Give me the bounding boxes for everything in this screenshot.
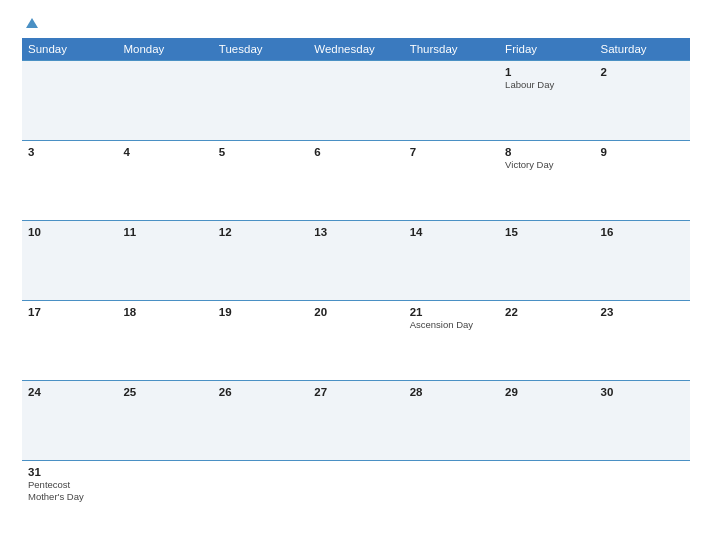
calendar-cell: 19 [213,300,308,380]
calendar-cell: 26 [213,380,308,460]
holiday-label: Labour Day [505,79,588,91]
logo [22,18,38,28]
calendar-cell: 9 [595,140,690,220]
day-header-wednesday: Wednesday [308,38,403,61]
calendar-cell: 17 [22,300,117,380]
day-number: 26 [219,386,302,398]
day-number: 31 [28,466,111,478]
day-number: 16 [601,226,684,238]
day-header-sunday: Sunday [22,38,117,61]
calendar-cell [404,61,499,141]
calendar-cell: 2 [595,61,690,141]
holiday-label: Ascension Day [410,319,493,331]
calendar-page: SundayMondayTuesdayWednesdayThursdayFrid… [0,0,712,550]
calendar-cell: 22 [499,300,594,380]
day-header-tuesday: Tuesday [213,38,308,61]
calendar-cell: 18 [117,300,212,380]
day-number: 21 [410,306,493,318]
day-number: 30 [601,386,684,398]
calendar-cell: 13 [308,220,403,300]
day-number: 17 [28,306,111,318]
calendar-cell: 14 [404,220,499,300]
day-number: 3 [28,146,111,158]
calendar-cell [117,61,212,141]
day-number: 28 [410,386,493,398]
day-header-friday: Friday [499,38,594,61]
calendar-cell: 31Pentecost Mother's Day [22,460,117,540]
calendar-cell: 5 [213,140,308,220]
day-number: 12 [219,226,302,238]
calendar-cell: 23 [595,300,690,380]
calendar-cell [595,460,690,540]
calendar-cell: 16 [595,220,690,300]
day-number: 5 [219,146,302,158]
calendar-cell [499,460,594,540]
day-number: 4 [123,146,206,158]
calendar-cell [22,61,117,141]
calendar-cell [213,460,308,540]
day-header-monday: Monday [117,38,212,61]
calendar-cell: 28 [404,380,499,460]
calendar-cell: 20 [308,300,403,380]
calendar-cell: 11 [117,220,212,300]
calendar-cell [308,460,403,540]
day-number: 11 [123,226,206,238]
week-row-3: 10111213141516 [22,220,690,300]
calendar-cell [117,460,212,540]
calendar-cell: 21Ascension Day [404,300,499,380]
week-row-2: 345678Victory Day9 [22,140,690,220]
day-number: 2 [601,66,684,78]
calendar-cell: 24 [22,380,117,460]
holiday-label: Pentecost Mother's Day [28,479,111,504]
day-number: 22 [505,306,588,318]
day-number: 14 [410,226,493,238]
day-number: 27 [314,386,397,398]
calendar-cell: 4 [117,140,212,220]
day-header-thursday: Thursday [404,38,499,61]
calendar-cell: 6 [308,140,403,220]
calendar-cell: 27 [308,380,403,460]
day-number: 23 [601,306,684,318]
week-row-6: 31Pentecost Mother's Day [22,460,690,540]
day-number: 15 [505,226,588,238]
calendar-cell: 7 [404,140,499,220]
week-row-5: 24252627282930 [22,380,690,460]
logo-blue-text [22,18,38,28]
calendar-table: SundayMondayTuesdayWednesdayThursdayFrid… [22,38,690,540]
calendar-cell: 8Victory Day [499,140,594,220]
calendar-cell: 3 [22,140,117,220]
calendar-cell [308,61,403,141]
header [22,18,690,28]
day-header-row: SundayMondayTuesdayWednesdayThursdayFrid… [22,38,690,61]
day-number: 10 [28,226,111,238]
calendar-cell [404,460,499,540]
day-number: 24 [28,386,111,398]
day-header-saturday: Saturday [595,38,690,61]
day-number: 20 [314,306,397,318]
day-number: 9 [601,146,684,158]
day-number: 6 [314,146,397,158]
calendar-cell [213,61,308,141]
day-number: 7 [410,146,493,158]
day-number: 18 [123,306,206,318]
day-number: 25 [123,386,206,398]
calendar-cell: 29 [499,380,594,460]
calendar-cell: 10 [22,220,117,300]
week-row-4: 1718192021Ascension Day2223 [22,300,690,380]
logo-triangle-icon [26,18,38,28]
holiday-label: Victory Day [505,159,588,171]
calendar-cell: 15 [499,220,594,300]
week-row-1: 1Labour Day2 [22,61,690,141]
day-number: 13 [314,226,397,238]
calendar-cell: 12 [213,220,308,300]
day-number: 8 [505,146,588,158]
day-number: 19 [219,306,302,318]
day-number: 29 [505,386,588,398]
calendar-cell: 30 [595,380,690,460]
calendar-cell: 25 [117,380,212,460]
day-number: 1 [505,66,588,78]
calendar-cell: 1Labour Day [499,61,594,141]
